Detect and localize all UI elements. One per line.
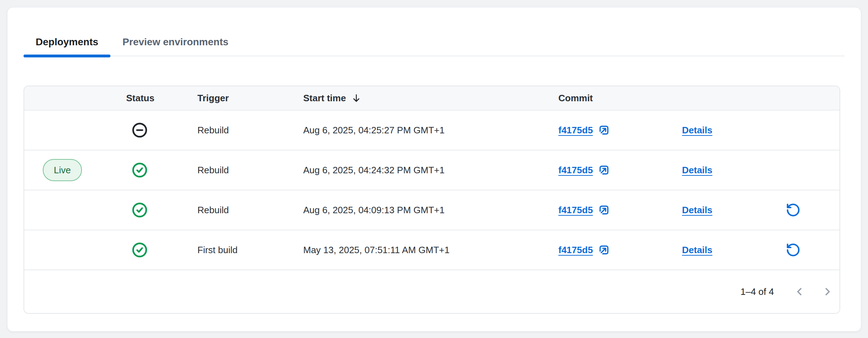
chevron-left-icon	[794, 286, 806, 298]
external-link-icon[interactable]	[598, 164, 610, 176]
retry-button[interactable]	[785, 241, 802, 258]
header-start-time[interactable]: Start time	[303, 93, 558, 104]
start-time-cell: Aug 6, 2025, 04:24:32 PM GMT+1	[303, 165, 558, 176]
deployments-table: Status Trigger Start time Commit	[24, 86, 840, 314]
start-time-cell: Aug 6, 2025, 04:09:13 PM GMT+1	[303, 205, 558, 216]
trigger-cell: First build	[197, 245, 303, 256]
commit-hash[interactable]: f4175d5	[558, 165, 593, 176]
table-row: Live Rebuild Aug 6, 2025, 04:24:32 PM GM…	[24, 150, 839, 190]
details-link[interactable]: Details	[682, 125, 712, 136]
header-status: Status	[126, 93, 197, 104]
arrow-down-icon	[351, 93, 362, 103]
external-link-icon[interactable]	[598, 204, 610, 216]
header-commit: Commit	[558, 93, 682, 104]
header-trigger: Trigger	[197, 93, 303, 104]
trigger-cell: Rebuild	[197, 165, 303, 176]
commit-link[interactable]: f4175d5	[558, 204, 610, 216]
start-time-cell: Aug 6, 2025, 04:25:27 PM GMT+1	[303, 125, 558, 136]
status-cell	[126, 202, 197, 218]
commit-cell: f4175d5	[558, 164, 682, 176]
commit-cell: f4175d5	[558, 204, 682, 216]
start-time-cell: May 13, 2025, 07:51:11 AM GMT+1	[303, 245, 558, 256]
retry-cell	[763, 241, 839, 258]
pagination-range-label: 1–4 of 4	[740, 286, 774, 297]
pagination-next-button[interactable]	[819, 283, 836, 300]
tab-bar: Deployments Preview environments	[24, 36, 844, 56]
status-cell	[126, 122, 197, 138]
commit-hash[interactable]: f4175d5	[558, 125, 593, 136]
check-circle-icon	[131, 202, 148, 218]
details-link[interactable]: Details	[682, 165, 712, 176]
trigger-cell: Rebuild	[197, 205, 303, 216]
retry-button[interactable]	[785, 201, 802, 219]
tab-deployments-label: Deployments	[36, 36, 98, 47]
tab-preview-environments-label: Preview environments	[123, 36, 228, 47]
pagination-prev-button[interactable]	[791, 283, 808, 300]
details-link[interactable]: Details	[682, 245, 712, 256]
deployments-card: Deployments Preview environments Status …	[7, 7, 861, 332]
details-cell: Details	[682, 165, 763, 176]
page: Deployments Preview environments Status …	[0, 0, 868, 338]
live-badge: Live	[43, 159, 82, 181]
table-row: First build May 13, 2025, 07:51:11 AM GM…	[24, 230, 839, 270]
commit-link[interactable]: f4175d5	[558, 244, 610, 256]
details-cell: Details	[682, 125, 763, 136]
external-link-icon[interactable]	[598, 244, 610, 256]
check-circle-icon	[131, 162, 148, 178]
retry-cell	[763, 201, 839, 219]
commit-hash[interactable]: f4175d5	[558, 205, 593, 216]
check-circle-icon	[131, 242, 148, 258]
details-cell: Details	[682, 245, 763, 256]
commit-link[interactable]: f4175d5	[558, 164, 610, 176]
live-cell: Live	[24, 159, 126, 181]
details-cell: Details	[682, 205, 763, 216]
rotate-ccw-icon	[786, 242, 801, 257]
header-start-time-label: Start time	[303, 93, 346, 104]
table-header-row: Status Trigger Start time Commit	[24, 86, 839, 111]
commit-link[interactable]: f4175d5	[558, 124, 610, 137]
details-link[interactable]: Details	[682, 205, 712, 216]
commit-cell: f4175d5	[558, 124, 682, 137]
status-cell	[126, 242, 197, 258]
trigger-cell: Rebuild	[197, 125, 303, 136]
commit-hash[interactable]: f4175d5	[558, 245, 593, 256]
minus-circle-icon	[131, 122, 148, 138]
table-footer: 1–4 of 4	[24, 270, 839, 313]
rotate-ccw-icon	[786, 203, 801, 217]
status-cell	[126, 162, 197, 178]
external-link-icon[interactable]	[598, 124, 610, 137]
chevron-right-icon	[821, 286, 833, 298]
table-row: Rebuild Aug 6, 2025, 04:25:27 PM GMT+1 f…	[24, 111, 839, 150]
tab-deployments[interactable]: Deployments	[24, 36, 110, 56]
table-row: Rebuild Aug 6, 2025, 04:09:13 PM GMT+1 f…	[24, 190, 839, 230]
commit-cell: f4175d5	[558, 244, 682, 256]
tab-preview-environments[interactable]: Preview environments	[110, 36, 241, 56]
